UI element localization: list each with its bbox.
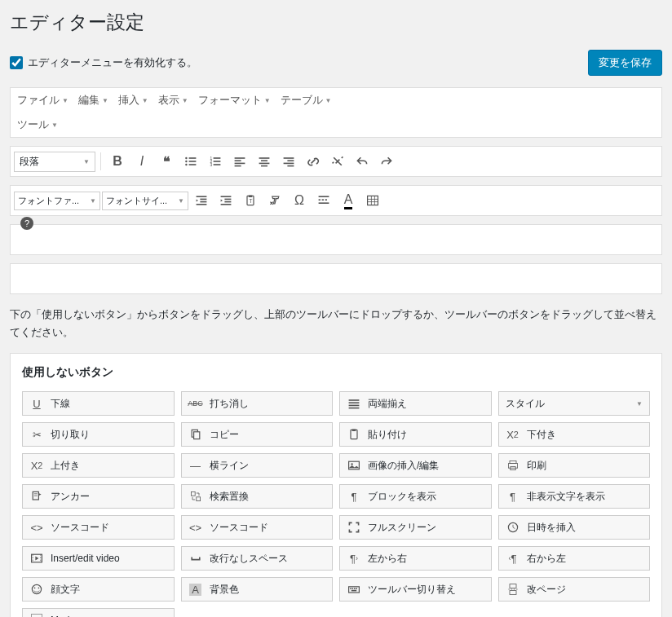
unused-image[interactable]: 画像の挿入/編集: [339, 453, 492, 478]
editor-menubar-panel: ファイル▼ 編集▼ 挿入▼ 表示▼ フォーマット▼ テーブル▼ ツール▼: [10, 87, 662, 138]
unlink-button[interactable]: [326, 150, 349, 173]
align-right-button[interactable]: [277, 150, 300, 173]
svg-rect-69: [350, 588, 351, 590]
toolbar-row-3-empty[interactable]: ?: [10, 224, 662, 255]
mark-icon: A: [29, 614, 44, 617]
table-button[interactable]: [361, 189, 384, 212]
code-icon: <>: [188, 522, 203, 534]
chevron-down-icon: ▼: [325, 97, 332, 104]
emoji-icon: [29, 583, 44, 596]
svg-rect-11: [214, 164, 221, 165]
svg-rect-1: [189, 157, 197, 159]
svg-rect-26: [200, 201, 206, 203]
unused-search[interactable]: 検索置換: [181, 484, 334, 509]
text-color-button[interactable]: A: [337, 189, 360, 212]
unused-hr[interactable]: —横ライン: [181, 453, 334, 478]
menu-tools[interactable]: ツール▼: [17, 117, 58, 132]
menu-format[interactable]: フォーマット▼: [198, 93, 271, 108]
bullet-list-button[interactable]: [179, 150, 202, 173]
svg-rect-70: [352, 588, 354, 590]
svg-rect-3: [189, 161, 197, 162]
unused-strike[interactable]: ABC打ち消し: [181, 391, 334, 416]
clear-format-button[interactable]: [263, 189, 286, 212]
svg-text:T: T: [249, 198, 252, 204]
strike-icon: ABC: [188, 399, 203, 408]
font-family-select[interactable]: フォントファ...▼: [14, 192, 100, 210]
unused-rtl[interactable]: ‹¶右から左: [498, 546, 651, 571]
outdent-button[interactable]: [190, 189, 213, 212]
unused-print[interactable]: 印刷: [498, 453, 651, 478]
subscript-icon: X2: [506, 429, 520, 441]
unused-show-blocks[interactable]: ¶ブロックを表示: [339, 484, 492, 509]
toolbar-row-4-empty[interactable]: [10, 263, 662, 294]
unused-justify[interactable]: 両端揃え: [339, 391, 492, 416]
italic-button[interactable]: I: [130, 150, 153, 173]
svg-rect-48: [349, 408, 360, 409]
chevron-down-icon: ▼: [142, 97, 148, 104]
save-changes-button[interactable]: 変更を保存: [588, 50, 662, 76]
unused-copy[interactable]: コピー: [181, 422, 334, 447]
svg-rect-38: [325, 199, 327, 201]
menu-file[interactable]: ファイル▼: [17, 93, 69, 108]
blockquote-button[interactable]: ❝: [155, 150, 178, 173]
unused-superscript[interactable]: X2上付き: [22, 453, 175, 478]
pilcrow-icon: ¶: [506, 491, 520, 503]
unused-video[interactable]: Insert/edit video: [22, 546, 175, 571]
enable-editor-menu-checkbox[interactable]: エディターメニューを有効化する。: [10, 55, 197, 70]
numbered-list-button[interactable]: 123: [204, 150, 227, 173]
unused-bgcolor[interactable]: A背景色: [181, 577, 334, 602]
svg-point-65: [32, 585, 41, 594]
unused-underline[interactable]: U下線: [22, 391, 175, 416]
unused-cut[interactable]: ✂切り取り: [22, 422, 175, 447]
menu-view[interactable]: 表示▼: [158, 93, 188, 108]
unused-toggle-toolbar[interactable]: ツールバー切り替え: [339, 577, 492, 602]
help-icon[interactable]: ?: [20, 217, 33, 230]
unused-source-1[interactable]: <>ソースコード: [22, 515, 175, 540]
svg-rect-40: [368, 196, 378, 205]
svg-text:3: 3: [210, 163, 213, 167]
chevron-down-icon: ▼: [636, 400, 643, 408]
svg-rect-60: [196, 497, 200, 501]
paste-text-button[interactable]: T: [239, 189, 262, 212]
unused-nbsp[interactable]: 改行なしスペース: [181, 546, 334, 571]
chevron-down-icon: ▼: [90, 197, 96, 205]
enable-editor-menu-input[interactable]: [10, 56, 23, 69]
indent-button[interactable]: [214, 189, 237, 212]
chevron-down-icon: ▼: [178, 197, 184, 205]
align-center-button[interactable]: [253, 150, 276, 173]
menu-insert[interactable]: 挿入▼: [118, 93, 148, 108]
svg-rect-75: [510, 591, 516, 595]
svg-point-2: [185, 161, 187, 162]
menu-edit[interactable]: 編集▼: [78, 93, 108, 108]
unused-insert-date[interactable]: 日時を挿入: [498, 515, 651, 540]
read-more-button[interactable]: [312, 189, 335, 212]
unused-anchor[interactable]: アンカー: [22, 484, 175, 509]
unused-source-2[interactable]: <>ソースコード: [181, 515, 334, 540]
font-size-select[interactable]: フォントサイ...▼: [102, 192, 188, 210]
unused-subscript[interactable]: X2下付き: [498, 422, 651, 447]
svg-rect-71: [354, 588, 356, 590]
svg-rect-13: [235, 160, 241, 161]
unused-emoji[interactable]: 顔文字: [22, 577, 175, 602]
bold-button[interactable]: B: [106, 150, 129, 173]
paragraph-format-select[interactable]: 段落▼: [14, 152, 95, 172]
svg-rect-73: [351, 590, 356, 592]
undo-button[interactable]: [351, 150, 374, 173]
svg-rect-46: [349, 403, 360, 404]
unused-styles[interactable]: スタイル▼: [498, 391, 651, 416]
unused-show-invisible[interactable]: ¶非表示文字を表示: [498, 484, 651, 509]
align-left-button[interactable]: [228, 150, 251, 173]
chevron-down-icon: ▼: [264, 97, 271, 104]
unused-mark[interactable]: AMark: [22, 608, 175, 617]
unused-ltr[interactable]: ¶›左から右: [339, 546, 492, 571]
unused-buttons-panel: 使用しないボタン U下線 ABC打ち消し 両端揃え スタイル▼ ✂切り取り コピ…: [10, 353, 662, 617]
redo-button[interactable]: [375, 150, 398, 173]
unused-paste[interactable]: 貼り付け: [339, 422, 492, 447]
special-char-button[interactable]: Ω: [288, 189, 311, 212]
unused-fullscreen[interactable]: フルスクリーン: [339, 515, 492, 540]
svg-rect-9: [214, 161, 221, 162]
unused-pagebreak[interactable]: 改ページ: [498, 577, 651, 602]
svg-rect-5: [189, 164, 197, 165]
link-button[interactable]: [302, 150, 325, 173]
menu-table[interactable]: テーブル▼: [281, 93, 332, 108]
